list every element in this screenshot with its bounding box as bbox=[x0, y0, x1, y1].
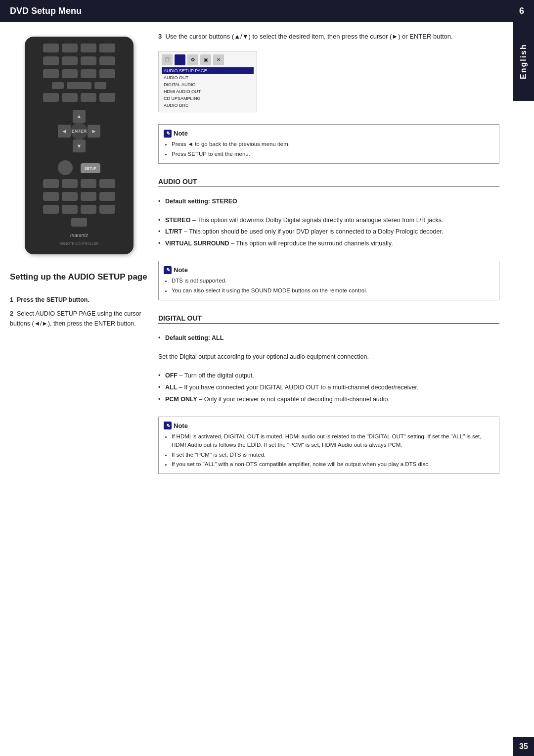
note-3-list: If HDMI is activated, DIGITAL OUT is mut… bbox=[164, 432, 494, 469]
digital-out-bullet-0: OFF – Turn off the digital output. bbox=[158, 371, 499, 380]
menu-screenshot: ☐ ♪ ✿ ▣ ✕ AUDIO SETUP PAGE AUDIO OUT DIG… bbox=[158, 51, 257, 112]
menu-item-3[interactable]: HDMI AUDIO OUT bbox=[162, 88, 254, 95]
note-2-title: ✎ Note bbox=[164, 265, 494, 275]
note-3-item-0: If HDMI is activated, DIGITAL OUT is mut… bbox=[172, 432, 494, 450]
note-icon-1: ✎ bbox=[164, 130, 172, 138]
audio-out-header: AUDIO OUT bbox=[158, 178, 499, 187]
remote-btn-23[interactable] bbox=[43, 192, 59, 201]
note-1-item-1: Press SETUP to exit the menu. bbox=[172, 150, 494, 158]
remote-btn-4[interactable] bbox=[99, 44, 115, 52]
dpad-up[interactable]: ▲ bbox=[73, 110, 86, 123]
dpad-left[interactable]: ◄ bbox=[58, 125, 71, 138]
audio-out-bullet-0: STEREO – This option will downmix Dolby … bbox=[158, 216, 499, 225]
remote-btn-10[interactable] bbox=[62, 69, 78, 78]
remote-btn-14[interactable] bbox=[94, 82, 106, 89]
remote-btn-30[interactable] bbox=[99, 205, 115, 214]
remote-btn-24[interactable] bbox=[62, 192, 78, 201]
remote-control: ▲ ▼ ◄ ► ENTER SETUP bbox=[25, 37, 134, 254]
note-box-3: ✎ Note If HDMI is activated, DIGITAL OUT… bbox=[158, 417, 499, 474]
note-2-item-1: You can also select it using the SOUND M… bbox=[172, 286, 494, 295]
remote-btn-26[interactable] bbox=[99, 192, 115, 201]
remote-btn-21[interactable] bbox=[81, 179, 96, 188]
menu-item-2[interactable]: DIGITAL AUDIO bbox=[162, 81, 254, 88]
remote-btn-7[interactable] bbox=[81, 56, 96, 65]
remote-btn-11[interactable] bbox=[81, 69, 96, 78]
menu-icons-row: ☐ ♪ ✿ ▣ ✕ bbox=[162, 54, 254, 65]
remote-btn-25[interactable] bbox=[81, 192, 96, 201]
remote-btn-6[interactable] bbox=[62, 56, 78, 65]
remote-btn-18[interactable] bbox=[99, 93, 115, 102]
menu-item-1[interactable]: AUDIO OUT bbox=[162, 74, 254, 81]
note-3-item-2: If you set to "ALL" with a non-DTS compa… bbox=[172, 460, 494, 469]
remote-btn-12[interactable] bbox=[99, 69, 115, 78]
menu-icon-3: ▣ bbox=[200, 54, 211, 65]
remote-btn-31[interactable] bbox=[71, 218, 87, 227]
remote-btn-20[interactable] bbox=[62, 179, 78, 188]
remote-subtitle: REMOTE CONTROLLER bbox=[59, 242, 99, 245]
remote-row-1 bbox=[43, 44, 115, 52]
remote-brand: marantz bbox=[70, 233, 88, 238]
right-column: 3 Use the cursor buttons (▲/▼) to select… bbox=[158, 32, 524, 746]
main-content: ▲ ▼ ◄ ► ENTER SETUP bbox=[0, 22, 534, 756]
digital-out-header: DIGITAL OUT bbox=[158, 314, 499, 324]
note-1-item-0: Press ◄ to go back to the previous menu … bbox=[172, 140, 494, 148]
dpad-down[interactable]: ▼ bbox=[73, 140, 86, 152]
remote-btn-15[interactable] bbox=[43, 93, 59, 102]
remote-row-4 bbox=[52, 82, 106, 89]
note-1-title: ✎ Note bbox=[164, 129, 494, 139]
remote-btn-wide[interactable] bbox=[67, 82, 91, 89]
remote-btn-16[interactable] bbox=[62, 93, 78, 102]
menu-icon-1: ♪ bbox=[175, 54, 185, 65]
remote-row-3 bbox=[43, 69, 115, 78]
page-number: 35 bbox=[513, 737, 534, 756]
note-box-2: ✎ Note DTS is not supported. You can als… bbox=[158, 261, 499, 300]
menu-icon-2: ✿ bbox=[187, 54, 198, 65]
dpad-right[interactable]: ► bbox=[88, 125, 100, 138]
digital-out-default: Default setting: ALL bbox=[158, 333, 499, 345]
note-icon-2: ✎ bbox=[164, 266, 172, 274]
step-2: 2 Select AUDIO SETUP PAGE using the curs… bbox=[10, 309, 148, 329]
dpad-enter[interactable]: ENTER bbox=[71, 123, 88, 140]
digital-out-bullets: OFF – Turn off the digital output. ALL –… bbox=[158, 371, 499, 406]
header-bar: DVD Setup Menu 6 bbox=[0, 0, 534, 22]
remote-row-8 bbox=[43, 205, 115, 214]
remote-circle-btn[interactable] bbox=[58, 160, 73, 175]
remote-btn-28[interactable] bbox=[62, 205, 78, 214]
side-tab-english: English bbox=[513, 22, 534, 101]
remote-row-7 bbox=[43, 192, 115, 201]
menu-icon-0: ☐ bbox=[162, 54, 173, 65]
remote-btn-1[interactable] bbox=[43, 44, 59, 52]
remote-btn-27[interactable] bbox=[43, 205, 59, 214]
digital-out-default-item: Default setting: ALL bbox=[158, 333, 499, 343]
menu-item-5[interactable]: AUDIO DRC bbox=[162, 102, 254, 109]
remote-btn-5[interactable] bbox=[43, 56, 59, 65]
note-3-item-1: If set the "PCM" is set, DTS is muted. bbox=[172, 451, 494, 459]
step-3-instruction: 3 Use the cursor buttons (▲/▼) to select… bbox=[158, 32, 499, 42]
menu-icon-4: ✕ bbox=[213, 54, 224, 65]
remote-btn-9[interactable] bbox=[43, 69, 59, 78]
setup-button[interactable]: SETUP bbox=[81, 163, 100, 173]
step-1: 1 Press the SETUP button. bbox=[10, 295, 148, 305]
note-icon-3: ✎ bbox=[164, 422, 172, 429]
digital-out-intro: Set the Digital output according to your… bbox=[158, 352, 499, 362]
remote-btn-13[interactable] bbox=[52, 82, 64, 89]
remote-btn-8[interactable] bbox=[99, 56, 115, 65]
audio-out-bullet-1: LT/RT – This option should be used only … bbox=[158, 227, 499, 236]
menu-item-4[interactable]: CD UPSAMPLING bbox=[162, 95, 254, 102]
setup-row: SETUP bbox=[58, 160, 100, 175]
remote-btn-17[interactable] bbox=[81, 93, 96, 102]
note-1-list: Press ◄ to go back to the previous menu … bbox=[164, 140, 494, 158]
note-3-title: ✎ Note bbox=[164, 421, 494, 431]
remote-btn-19[interactable] bbox=[43, 179, 59, 188]
remote-btn-2[interactable] bbox=[62, 44, 78, 52]
remote-btn-3[interactable] bbox=[81, 44, 96, 52]
remote-row-5 bbox=[43, 93, 115, 102]
left-column: ▲ ▼ ◄ ► ENTER SETUP bbox=[10, 32, 148, 746]
setup-page-title: Setting up the AUDIO SETUP page bbox=[10, 272, 148, 282]
menu-item-0[interactable]: AUDIO SETUP PAGE bbox=[162, 67, 254, 74]
dpad: ▲ ▼ ◄ ► ENTER bbox=[57, 109, 101, 153]
remote-btn-29[interactable] bbox=[81, 205, 96, 214]
remote-btn-22[interactable] bbox=[99, 179, 115, 188]
note-2-item-0: DTS is not supported. bbox=[172, 277, 494, 285]
audio-out-bullets: STEREO – This option will downmix Dolby … bbox=[158, 216, 499, 251]
